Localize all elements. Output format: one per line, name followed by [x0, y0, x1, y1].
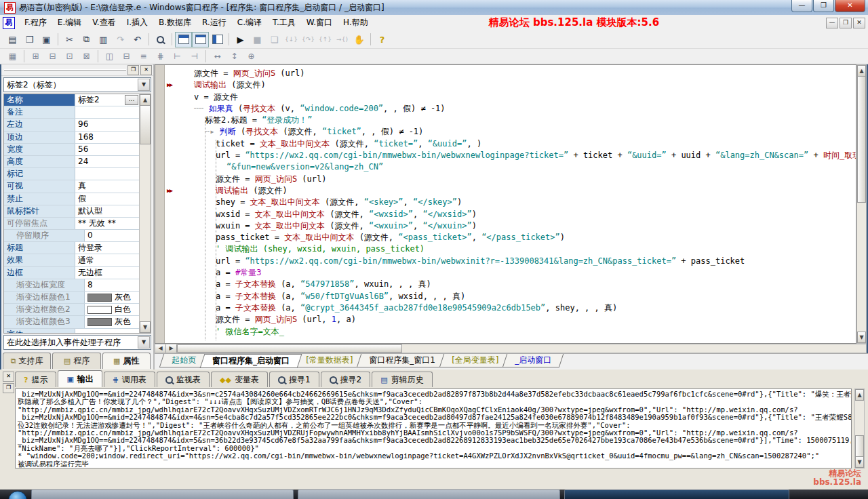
- space-horizontal-button[interactable]: ⊢: [169, 49, 186, 63]
- output-close-button[interactable]: ✕: [3, 372, 14, 382]
- menu-item-2[interactable]: V.查看: [87, 15, 121, 31]
- chevron-down-icon[interactable]: ▼: [138, 79, 150, 91]
- ellipsis-button[interactable]: ...: [125, 95, 138, 105]
- code-line[interactable]: url = “https://wx2.qq.com/cgi-bin/mmwebw…: [164, 256, 856, 267]
- help-find-button[interactable]: ?: [374, 32, 391, 47]
- new-file-button[interactable]: ▤: [4, 32, 21, 47]
- close-button[interactable]: ✕: [835, 0, 865, 12]
- component-selector[interactable]: 标签2（标签） ▼: [3, 77, 151, 92]
- tab-variable-table[interactable]: ◆◆变量表: [211, 372, 268, 387]
- same-height-button[interactable]: ↕: [226, 49, 243, 63]
- code-line[interactable]: wxuin = 文本_取出中间文本 (源文件, “<wxuin>”, “</wx…: [164, 220, 856, 232]
- same-left-button[interactable]: ≡: [135, 49, 152, 63]
- panel-header[interactable]: ❐ ✕: [1, 64, 153, 76]
- menu-item-4[interactable]: B.数据库: [153, 15, 197, 31]
- editor-horizontal-scrollbar[interactable]: ◀ ▶: [155, 344, 867, 353]
- menu-item-5[interactable]: R.运行: [197, 15, 232, 31]
- tab-watch-table[interactable]: 监视表: [157, 372, 210, 387]
- code-line[interactable]: 标签2.标题 = “登录成功！”: [164, 115, 856, 126]
- code-line[interactable]: ' 微信名字=文本_: [164, 326, 856, 338]
- open-file-button[interactable]: ❒: [21, 32, 38, 47]
- code-line[interactable]: 源文件 = 网页_访问S (url, 1, a): [164, 314, 856, 325]
- same-top-button[interactable]: ⋕: [152, 49, 169, 63]
- menu-item-0[interactable]: F.程序: [19, 15, 52, 31]
- editor-tab-[全局变量表][interactable]: [全局变量表]: [439, 354, 511, 367]
- panel-tab-支持库[interactable]: ⧉支持库: [3, 353, 51, 369]
- start-button[interactable]: [8, 491, 27, 499]
- find-button[interactable]: [152, 32, 169, 47]
- menu-item-6[interactable]: C.编译: [232, 15, 267, 31]
- event-handler-selector[interactable]: 在此处选择加入事件处理子程序 ▼: [3, 335, 151, 350]
- property-grid-scrollbar[interactable]: ▲ ▼: [139, 94, 151, 333]
- tab-search2[interactable]: 搜寻2: [321, 372, 371, 387]
- code-line[interactable]: “&fun=new&version=v2&lang=zh_CN”: [164, 161, 856, 173]
- maximize-button[interactable]: ❐: [813, 0, 834, 12]
- code-line[interactable]: ╌▸ 判断 (寻找文本 (源文件, “ticket”, , 假) ≠ -1): [164, 126, 856, 138]
- layout-output-toggle[interactable]: [192, 32, 209, 47]
- tab-hint[interactable]: ?提示: [15, 372, 56, 387]
- editor-tab-[常量数据表][interactable]: [常量数据表]: [294, 354, 366, 367]
- layout-form-toggle[interactable]: [209, 32, 226, 47]
- scroll-down-icon[interactable]: ▼: [857, 332, 866, 343]
- code-line[interactable]: ' 调试输出 (shey, wxsid, wxuin, pass_ticket): [164, 243, 856, 255]
- panel-tab-属性[interactable]: ▦属性: [102, 353, 151, 369]
- space-vertical-button[interactable]: ⊣: [186, 49, 203, 63]
- chevron-down-icon[interactable]: ▼: [138, 336, 150, 348]
- mdi-minimize-button[interactable]: —: [826, 18, 838, 28]
- scroll-thumb[interactable]: [177, 344, 402, 353]
- same-size-button[interactable]: ⊕: [243, 49, 260, 63]
- minimize-button[interactable]: —: [791, 0, 812, 12]
- panel-close-button[interactable]: ✕: [140, 65, 152, 75]
- code-line[interactable]: wxsid = 文本_取出中间文本 (源文件, “<wxsid>”, “</wx…: [164, 209, 856, 220]
- taskbar-window-button[interactable]: [31, 490, 294, 499]
- center-vertical-button[interactable]: ⊟: [118, 49, 135, 63]
- cut-button[interactable]: ✂: [61, 32, 78, 47]
- copy-button[interactable]: ⧉: [78, 32, 95, 47]
- scroll-thumb[interactable]: [140, 105, 151, 144]
- code-editor[interactable]: 源文件 = 网页_访问S (url)▶▶调试输出 (源文件)v = 源文件╌╌ …: [155, 64, 856, 344]
- align-bottom-button[interactable]: ⊠: [78, 49, 95, 63]
- code-line[interactable]: ╌╌ 如果真 (寻找文本 (v, “window.code=200”, , 假)…: [164, 103, 856, 115]
- scroll-up-icon[interactable]: ▲: [855, 389, 864, 401]
- editor-tab-_启动窗口[interactable]: _启动窗口: [502, 354, 564, 367]
- code-line[interactable]: a = #常量3: [164, 267, 856, 279]
- code-line[interactable]: a = 子文本替换 (a, “547971858”, wxuin, , , 真): [164, 279, 856, 290]
- layout-workspace-toggle[interactable]: [175, 32, 192, 47]
- designer-grid-button[interactable]: ▦: [4, 49, 21, 63]
- menu-item-3[interactable]: I.插入: [121, 15, 153, 31]
- taskbar-window-button[interactable]: [298, 490, 560, 499]
- align-top-button[interactable]: ⊡: [61, 49, 78, 63]
- menu-item-1[interactable]: E.编辑: [52, 15, 87, 31]
- editor-tab-窗口程序集_窗口1[interactable]: 窗口程序集_窗口1: [357, 354, 448, 367]
- scroll-thumb[interactable]: [855, 435, 864, 457]
- center-horizontal-button[interactable]: ◫: [101, 49, 118, 63]
- code-line[interactable]: ticket = 文本_取出中间文本 (源文件, “ticket=”, “&uu…: [164, 138, 856, 150]
- code-line[interactable]: ▶▶调试输出 (源文件): [164, 79, 856, 91]
- run-button[interactable]: ▶: [232, 32, 249, 47]
- scroll-down-icon[interactable]: ▼: [855, 456, 864, 468]
- code-line[interactable]: pass_ticket = 文本_取出中间文本 (源文件, “<pass_tic…: [164, 232, 856, 243]
- same-width-button[interactable]: ↔: [209, 49, 226, 63]
- scroll-up-icon[interactable]: ▲: [857, 65, 866, 77]
- output-scrollbar[interactable]: ▲ ▼: [854, 388, 865, 468]
- code-line[interactable]: shey = 文本_取出中间文本 (源文件, “<skey>”, “</skey…: [164, 197, 856, 208]
- tab-output[interactable]: ▣输出: [58, 370, 102, 387]
- editor-tab-窗口程序集_启动窗口[interactable]: 窗口程序集_启动窗口: [200, 354, 302, 368]
- mdi-close-button[interactable]: ✕: [853, 18, 865, 28]
- scroll-right-icon[interactable]: ▶: [166, 344, 177, 353]
- panel-tab-程序[interactable]: ▤程序: [52, 353, 100, 369]
- output-console[interactable]: _biz=MzUxNjAxMDg1OQ==&mid=2247484874&idx…: [15, 388, 852, 468]
- pause-button[interactable]: ✋: [351, 32, 368, 47]
- tab-call-table[interactable]: ⋕调用表: [104, 372, 155, 387]
- panel-float-button[interactable]: ❐: [127, 65, 139, 75]
- menu-item-9[interactable]: H.帮助: [338, 15, 374, 31]
- save-button[interactable]: ▣: [38, 32, 55, 47]
- scroll-up-icon[interactable]: ▲: [140, 94, 151, 106]
- undo-button[interactable]: ↶: [129, 32, 146, 47]
- editor-vertical-scrollbar[interactable]: ▲ ▼: [856, 64, 867, 344]
- code-line[interactable]: a = 子文本替换 (a, “@crypt_3644345f_aacb287fd…: [164, 302, 856, 314]
- code-line[interactable]: 源文件 = 网页_访问S (url): [164, 174, 856, 185]
- code-line[interactable]: a = 子文本替换 (a, “w50/ftDTgVuAsl6B”, wxsid,…: [164, 291, 856, 302]
- menu-item-7[interactable]: T.工具: [267, 15, 301, 31]
- code-line[interactable]: ▶▶调试输出 (源文件): [164, 185, 856, 197]
